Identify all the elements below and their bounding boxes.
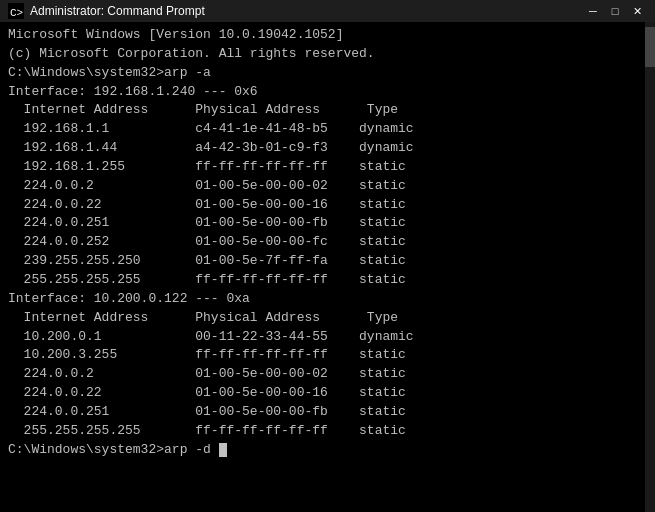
console-line: 224.0.0.22 01-00-5e-00-00-16 static [8,384,647,403]
console-line: 255.255.255.255 ff-ff-ff-ff-ff-ff static [8,271,647,290]
title-bar: C> Administrator: Command Prompt ─ □ ✕ [0,0,655,22]
console-line: 192.168.1.1 c4-41-1e-41-48-b5 dynamic [8,120,647,139]
console-line: 239.255.255.250 01-00-5e-7f-ff-fa static [8,252,647,271]
console-line: C:\Windows\system32>arp -d [8,441,647,460]
scrollbar[interactable] [645,22,655,512]
console-output[interactable]: Microsoft Windows [Version 10.0.19042.10… [0,22,655,512]
console-line: 224.0.0.2 01-00-5e-00-00-02 static [8,365,647,384]
title-bar-left: C> Administrator: Command Prompt [8,3,205,19]
cursor [219,443,227,457]
console-line: Internet Address Physical Address Type [8,101,647,120]
maximize-button[interactable]: □ [605,2,625,20]
console-line: (c) Microsoft Corporation. All rights re… [8,45,647,64]
console-line: 224.0.0.251 01-00-5e-00-00-fb static [8,214,647,233]
console-line: Microsoft Windows [Version 10.0.19042.10… [8,26,647,45]
cmd-icon: C> [8,3,24,19]
console-line: Interface: 192.168.1.240 --- 0x6 [8,83,647,102]
console-line: 10.200.3.255 ff-ff-ff-ff-ff-ff static [8,346,647,365]
svg-text:C>: C> [10,7,23,19]
console-line: 10.200.0.1 00-11-22-33-44-55 dynamic [8,328,647,347]
title-bar-controls: ─ □ ✕ [583,2,647,20]
console-line: 224.0.0.2 01-00-5e-00-00-02 static [8,177,647,196]
console-line: 224.0.0.22 01-00-5e-00-00-16 static [8,196,647,215]
minimize-button[interactable]: ─ [583,2,603,20]
console-line: 255.255.255.255 ff-ff-ff-ff-ff-ff static [8,422,647,441]
console-line: 224.0.0.251 01-00-5e-00-00-fb static [8,403,647,422]
scrollbar-thumb[interactable] [645,27,655,67]
console-line: 192.168.1.255 ff-ff-ff-ff-ff-ff static [8,158,647,177]
console-line: Internet Address Physical Address Type [8,309,647,328]
console-line: C:\Windows\system32>arp -a [8,64,647,83]
console-line: 192.168.1.44 a4-42-3b-01-c9-f3 dynamic [8,139,647,158]
console-line: Interface: 10.200.0.122 --- 0xa [8,290,647,309]
window-title: Administrator: Command Prompt [30,4,205,18]
close-button[interactable]: ✕ [627,2,647,20]
console-line: 224.0.0.252 01-00-5e-00-00-fc static [8,233,647,252]
